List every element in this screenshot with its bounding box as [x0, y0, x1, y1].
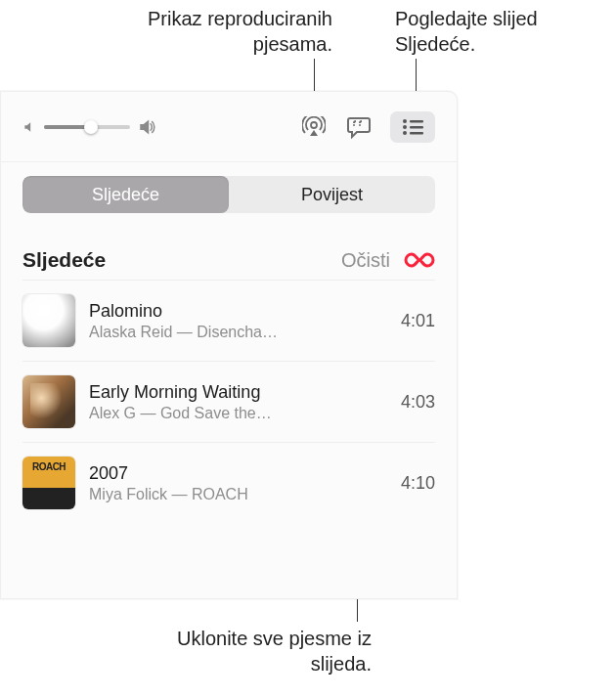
track-duration: 4:10 — [401, 473, 435, 494]
queue-icon — [402, 119, 423, 135]
track-duration: 4:01 — [401, 311, 435, 331]
svg-point-1 — [353, 124, 355, 126]
clear-button[interactable]: Očisti — [341, 249, 390, 272]
svg-point-2 — [359, 124, 361, 126]
svg-point-7 — [403, 131, 407, 135]
queue-panel: Sljedeće Povijest Sljedeće Očisti Palomi… — [0, 91, 458, 599]
volume-high-icon — [138, 118, 155, 136]
track-artwork — [22, 294, 75, 347]
svg-rect-4 — [410, 120, 423, 123]
track-list: Palomino Alaska Reid — Disencha… 4:01 Ea… — [22, 281, 435, 523]
section-title: Sljedeće — [22, 248, 106, 272]
tab-history[interactable]: Povijest — [229, 176, 435, 213]
svg-point-5 — [403, 125, 407, 129]
track-artwork — [22, 375, 75, 428]
section-header: Sljedeće Očisti — [22, 248, 435, 281]
track-subtitle: Alex G — God Save the… — [89, 405, 391, 422]
track-artwork: ROACH — [22, 457, 75, 509]
airplay-icon[interactable] — [300, 113, 328, 141]
autoplay-button[interactable] — [404, 250, 435, 270]
track-row[interactable]: ROACH 2007 Miya Folick — ROACH 4:10 — [22, 443, 435, 523]
track-duration: 4:03 — [401, 392, 435, 413]
track-title: Palomino — [89, 301, 391, 322]
callout-queue-button: Pogledajte slijed Sljedeće. — [395, 6, 610, 57]
svg-rect-6 — [410, 126, 423, 129]
infinity-icon — [404, 250, 435, 270]
track-row[interactable]: Early Morning Waiting Alex G — God Save … — [22, 362, 435, 443]
track-title: 2007 — [89, 463, 391, 484]
track-subtitle: Miya Folick — ROACH — [89, 486, 391, 503]
tab-up-next[interactable]: Sljedeće — [22, 176, 229, 213]
callout-history: Prikaz reproduciranih pjesama. — [78, 6, 332, 57]
queue-button[interactable] — [390, 111, 435, 143]
track-subtitle: Alaska Reid — Disencha… — [89, 324, 391, 341]
lyrics-icon[interactable] — [345, 113, 373, 141]
volume-low-icon — [22, 120, 36, 134]
track-row[interactable]: Palomino Alaska Reid — Disencha… 4:01 — [22, 281, 435, 362]
callout-clear: Uklonite sve pjesme iz slijeda. — [117, 626, 372, 676]
player-toolbar — [1, 92, 457, 162]
svg-point-3 — [403, 119, 407, 123]
svg-point-0 — [311, 122, 317, 128]
track-title: Early Morning Waiting — [89, 382, 391, 403]
tabs: Sljedeće Povijest — [22, 176, 435, 213]
svg-rect-8 — [410, 132, 423, 135]
volume-slider[interactable] — [22, 118, 155, 136]
